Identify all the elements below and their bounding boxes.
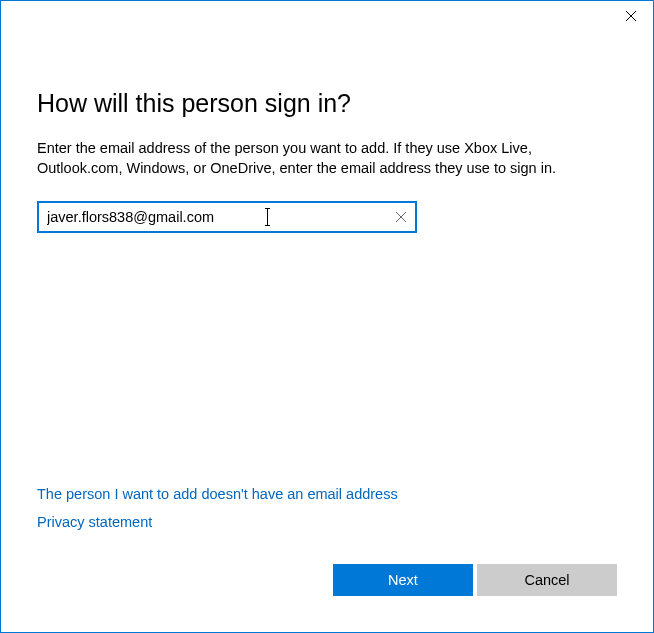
clear-icon: [396, 212, 406, 222]
email-input-wrapper: [37, 201, 417, 233]
privacy-link[interactable]: Privacy statement: [37, 514, 152, 530]
dialog-description: Enter the email address of the person yo…: [37, 138, 617, 179]
dialog-heading: How will this person sign in?: [37, 89, 617, 118]
dialog-content: How will this person sign in? Enter the …: [1, 31, 653, 564]
email-input[interactable]: [37, 201, 417, 233]
button-row: Next Cancel: [1, 564, 653, 632]
clear-input-button[interactable]: [385, 201, 417, 233]
cancel-button[interactable]: Cancel: [477, 564, 617, 596]
next-button[interactable]: Next: [333, 564, 473, 596]
close-button[interactable]: [608, 1, 653, 31]
links-section: The person I want to add doesn't have an…: [37, 486, 617, 542]
no-email-link[interactable]: The person I want to add doesn't have an…: [37, 486, 398, 502]
add-user-dialog: How will this person sign in? Enter the …: [0, 0, 654, 633]
titlebar: [1, 1, 653, 31]
close-icon: [626, 11, 636, 21]
